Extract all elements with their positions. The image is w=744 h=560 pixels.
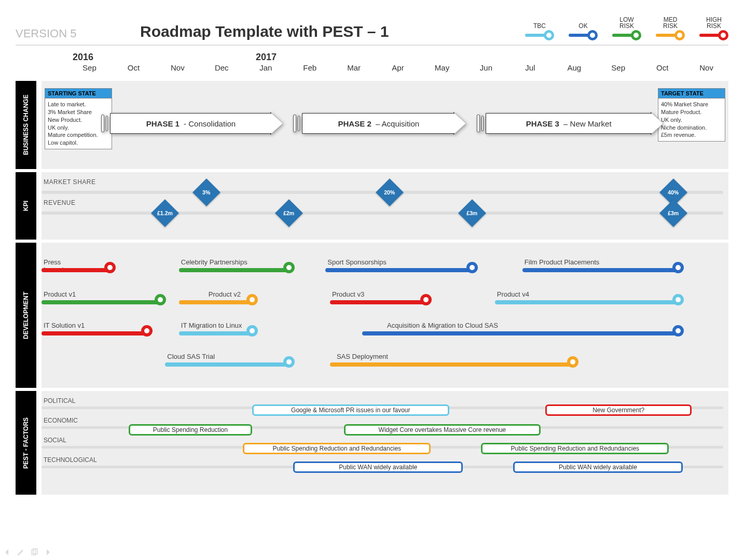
kpi-row-label: MARKET SHARE xyxy=(44,178,95,186)
version-label: VERSION 5 xyxy=(16,27,140,40)
lanes: BUSINESS CHANGE STARTING STATE Late to m… xyxy=(16,78,728,495)
arrow-left-icon[interactable] xyxy=(3,548,11,558)
pest-box: Public Spending Reduction and Redundanci… xyxy=(481,443,669,454)
bottom-toolbar xyxy=(3,548,52,558)
lane-pest: PEST - FACTORS POLITICALECONOMICSOCIALTE… xyxy=(16,391,728,495)
phase-arrow: PHASE 3 – New Market xyxy=(477,112,663,135)
kpi-row-label: REVENUE xyxy=(44,199,76,206)
month-label: Nov xyxy=(156,63,200,76)
lane-label: KPI xyxy=(16,172,36,240)
month-label: Nov xyxy=(684,63,728,76)
dev-item-label: IT Migration to Linux xyxy=(181,321,242,329)
dev-item-label: Sport Sponsorships xyxy=(327,258,386,266)
legend-label: OK xyxy=(578,16,587,29)
state-title: TARGET STATE xyxy=(658,89,725,99)
lane-label: BUSINESS CHANGE xyxy=(16,81,36,169)
month-label: Sep xyxy=(596,63,640,76)
year-label: 2017 xyxy=(256,52,277,63)
month-label: May xyxy=(420,63,464,76)
dev-item-label: Product v4 xyxy=(497,290,529,298)
dev-item-label: IT Solution v1 xyxy=(44,321,85,329)
phase-arrow: PHASE 2 – Acquisition xyxy=(293,112,466,135)
legend-item: HIGHRISK xyxy=(699,16,728,40)
kpi-row: REVENUE£1.2m£2m£3m£3m xyxy=(42,207,728,221)
lane-business-change: BUSINESS CHANGE STARTING STATE Late to m… xyxy=(16,81,728,169)
legend-label: TBC xyxy=(533,16,546,29)
target-state-box: TARGET STATE 40% Market Share Mature Pro… xyxy=(658,88,725,142)
legend-label: HIGHRISK xyxy=(706,16,722,29)
dev-item-label: Product v3 xyxy=(332,290,364,298)
state-title: STARTING STATE xyxy=(45,89,112,99)
dev-item-label: SAS Deployment xyxy=(337,353,388,360)
month-label: Jan xyxy=(244,63,288,76)
legend-item: LOWRISK xyxy=(612,16,641,40)
copy-icon[interactable] xyxy=(30,548,38,558)
pest-box: Public WAN widely available xyxy=(293,461,463,473)
pest-box: Google & Microsoft PR issues in our favo… xyxy=(252,404,449,416)
dev-item-label: Cloud SAS Trial xyxy=(167,353,215,360)
pest-row-label: POLITICAL xyxy=(44,397,75,404)
month-label: Jul xyxy=(508,63,552,76)
lane-development: DEVELOPMENT PressLaunch Celebrity Partne… xyxy=(16,243,728,388)
pest-row-label: ECONOMIC xyxy=(44,417,78,424)
kpi-row: MARKET SHARE3%20%40% xyxy=(42,187,728,200)
lane-label: DEVELOPMENT xyxy=(16,243,36,388)
kpi-diamond: £3m xyxy=(458,199,486,227)
legend-item: TBC xyxy=(525,16,554,40)
lane-body-kpi: MARKET SHARE3%20%40%REVENUE£1.2m£2m£3m£3… xyxy=(42,172,728,240)
month-label: Dec xyxy=(200,63,244,76)
legend-label: MEDRISK xyxy=(663,16,678,29)
kpi-diamond: 3% xyxy=(192,178,221,206)
state-body: 40% Market Share Mature Product. UK only… xyxy=(658,99,725,141)
phase-arrow: PHASE 1 - Consolidation xyxy=(101,112,283,135)
month-label: Aug xyxy=(552,63,596,76)
month-label: Mar xyxy=(332,63,376,76)
timeline-years: 20162017 xyxy=(67,52,728,62)
lane-label: PEST - FACTORS xyxy=(16,391,36,495)
lane-body-pest: POLITICALECONOMICSOCIALTECHNOLOGICALGoog… xyxy=(42,391,728,495)
legend: TBC OK LOWRISK MEDRISK HIGHRISK xyxy=(525,16,728,40)
year-label: 2016 xyxy=(73,52,93,63)
pest-box: Public WAN widely available xyxy=(513,461,683,473)
roadmap-canvas: 20162017 SepOctNovDecJanFebMarAprMayJunJ… xyxy=(16,52,728,529)
month-label: Feb xyxy=(288,63,332,76)
month-label: Oct xyxy=(640,63,684,76)
dev-item-label: Film Product Placements xyxy=(525,258,600,266)
lane-body-development: PressLaunch Celebrity Partnerships Sport… xyxy=(42,243,728,388)
timeline-months: SepOctNovDecJanFebMarAprMayJunJulAugSepO… xyxy=(67,63,728,76)
dev-item-label: Celebrity Partnerships xyxy=(181,258,247,266)
legend-label: LOWRISK xyxy=(619,16,634,29)
kpi-diamond: £3m xyxy=(659,199,687,227)
month-label: Apr xyxy=(376,63,420,76)
lane-body-business-change: STARTING STATE Late to market. 3% Market… xyxy=(42,81,728,169)
legend-item: OK xyxy=(569,16,598,40)
month-label: Jun xyxy=(464,63,508,76)
dev-item-label: Product v2 xyxy=(209,290,241,298)
pencil-icon[interactable] xyxy=(17,548,25,558)
header: VERSION 5 Roadmap Template with PEST – 1… xyxy=(16,16,728,46)
pest-row-label: SOCIAL xyxy=(44,437,66,444)
month-label: Oct xyxy=(112,63,156,76)
pest-box: Public Spending Reduction and Redundanci… xyxy=(243,443,431,454)
month-label: Sep xyxy=(67,63,112,76)
kpi-diamond: £1.2m xyxy=(151,199,179,227)
pest-box: Widget Core overtakes Massive Core reven… xyxy=(344,424,541,436)
kpi-diamond: £2m xyxy=(275,199,303,227)
page-title: Roadmap Template with PEST – 1 xyxy=(140,23,525,40)
dev-item-label: Product v1 xyxy=(44,290,76,298)
dev-item-label: Acquisition & Migration to Cloud SAS xyxy=(387,321,498,329)
pest-row-label: TECHNOLOGICAL xyxy=(44,456,97,464)
arrow-right-icon[interactable] xyxy=(44,548,52,558)
kpi-diamond: 20% xyxy=(376,178,404,206)
pest-box: New Government? xyxy=(545,404,692,416)
legend-item: MEDRISK xyxy=(656,16,685,40)
lane-kpi: KPI MARKET SHARE3%20%40%REVENUE£1.2m£2m£… xyxy=(16,172,728,240)
pest-box: Public Spending Reduction xyxy=(129,424,252,436)
